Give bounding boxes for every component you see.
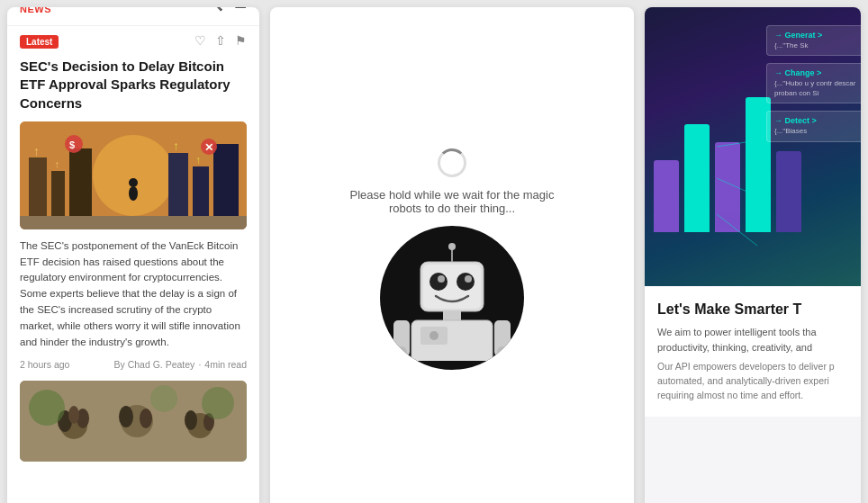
- svg-point-9: [129, 186, 138, 201]
- second-article-image: [20, 381, 247, 462]
- robot-image: [380, 226, 524, 370]
- svg-point-23: [68, 406, 79, 424]
- search-icon[interactable]: 🔍: [205, 7, 223, 12]
- article-title: SEC's Decision to Delay Bitcoin ETF Appr…: [20, 58, 247, 112]
- left-panel: BamSEC NEWS ✎ 🔍 ☰ Latest ♡ ⇧ ⚑ SEC's Dec…: [7, 7, 259, 503]
- svg-rect-41: [443, 311, 461, 320]
- flow-card-detect-label: → Detect >: [774, 116, 857, 125]
- flow-card-detect: → Detect > {..."Biases: [766, 111, 861, 141]
- center-panel: Please hold while we wait for the magicr…: [270, 7, 634, 503]
- ai-headline: Let's Make Smarter T: [657, 301, 848, 318]
- save-icon[interactable]: ⚑: [235, 33, 247, 48]
- svg-point-26: [140, 409, 152, 428]
- bar-1: [654, 160, 679, 232]
- svg-point-1: [93, 135, 174, 216]
- loading-spinner: [438, 148, 466, 177]
- article-body: The SEC's postponement of the VanEck Bit…: [20, 238, 247, 351]
- article-image: ↑ ↑ $ ↑ ↑ ✕: [20, 121, 247, 229]
- svg-text:↑: ↑: [195, 154, 201, 166]
- ai-subtext: We aim to power intelligent tools tha pr…: [657, 325, 848, 355]
- loading-text: Please hold while we wait for the magicr…: [350, 188, 555, 215]
- svg-point-37: [438, 275, 445, 283]
- svg-point-36: [457, 273, 475, 291]
- svg-point-40: [448, 243, 456, 250]
- article-divider: ·: [198, 359, 201, 370]
- article-actions: ♡ ⇧ ⚑: [194, 33, 247, 48]
- bar-2: [684, 124, 710, 232]
- latest-badge: Latest: [20, 35, 59, 49]
- news-content: Latest ♡ ⇧ ⚑ SEC's Decision to Delay Bit…: [7, 26, 259, 471]
- bamsec-logo: BamSEC NEWS: [20, 7, 77, 14]
- svg-point-38: [465, 275, 472, 283]
- svg-point-31: [202, 387, 234, 419]
- svg-point-44: [429, 331, 439, 340]
- flow-card-generate-label: → Generat >: [774, 31, 857, 40]
- right-panel: → Generat > {..."The Sk → Change > {..."…: [645, 7, 861, 503]
- header-icons: ✎ 🔍 ☰: [183, 7, 247, 12]
- news-wordmark: NEWS: [20, 7, 77, 14]
- article-meta-right: By Chad G. Peatey · 4min read: [113, 359, 247, 370]
- bar-3: [715, 142, 740, 232]
- svg-point-30: [29, 390, 65, 426]
- svg-point-47: [396, 346, 407, 357]
- svg-rect-45: [393, 320, 410, 356]
- news-header: BamSEC NEWS ✎ 🔍 ☰: [7, 7, 259, 26]
- svg-rect-18: [20, 216, 247, 229]
- svg-point-28: [185, 410, 197, 430]
- flow-cards: → Generat > {..."The Sk → Change > {..."…: [766, 25, 861, 142]
- share-icon[interactable]: ⇧: [215, 33, 226, 48]
- right-bottom: Let's Make Smarter T We aim to power int…: [645, 286, 861, 417]
- flow-card-generate-content: {..."The Sk: [774, 41, 857, 50]
- svg-text:$: $: [69, 139, 75, 150]
- flow-card-generate: → Generat > {..."The Sk: [766, 25, 861, 56]
- menu-icon[interactable]: ☰: [234, 7, 247, 12]
- svg-text:↑: ↑: [33, 144, 40, 158]
- svg-point-35: [429, 273, 448, 291]
- flow-card-change-label: → Change >: [774, 68, 857, 77]
- article-author: By Chad G. Peatey: [113, 359, 194, 370]
- svg-point-48: [497, 346, 508, 357]
- svg-point-25: [119, 406, 133, 427]
- article-read-time: 4min read: [204, 359, 247, 370]
- svg-text:✕: ✕: [204, 141, 213, 154]
- article-timestamp: 2 hours ago: [20, 359, 69, 370]
- svg-rect-46: [494, 320, 511, 356]
- right-top-visualization: → Generat > {..."The Sk → Change > {..."…: [645, 7, 861, 286]
- bar-5: [776, 151, 801, 232]
- bookmark-icon[interactable]: ♡: [194, 33, 206, 48]
- user-icon[interactable]: ✎: [183, 7, 194, 12]
- svg-point-10: [129, 178, 138, 187]
- header-row: BamSEC NEWS ✎ 🔍 ☰: [20, 7, 247, 14]
- flow-card-detect-content: {..."Biases: [774, 127, 857, 136]
- ai-subtext2: Our API empowers developers to deliver p…: [657, 360, 848, 402]
- flow-card-change: → Change > {..."Hubo u y contr descar pr…: [766, 63, 861, 103]
- flow-card-change-content: {..."Hubo u y contr descar proban con Si: [774, 79, 857, 98]
- svg-text:↑: ↑: [54, 158, 59, 171]
- svg-line-49: [502, 352, 513, 359]
- svg-text:↑: ↑: [173, 139, 179, 153]
- svg-point-32: [150, 385, 177, 412]
- article-meta: 2 hours ago By Chad G. Peatey · 4min rea…: [20, 359, 247, 370]
